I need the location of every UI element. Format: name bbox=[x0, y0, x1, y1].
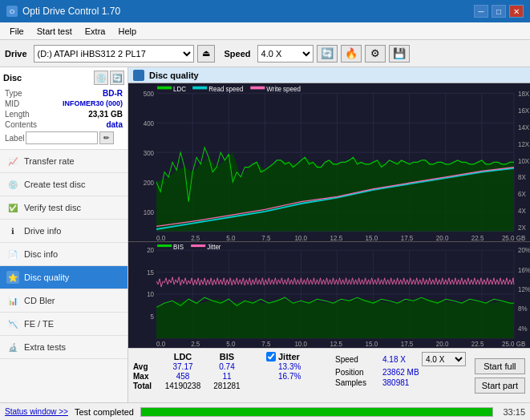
stats-ldc-bis: LDC BIS Avg 37.17 0.74 Max 458 11 Total … bbox=[133, 352, 261, 399]
bottom-chart: 20 15 10 5 20% 16% 12% 8% 4% 0.0 2.5 5.0… bbox=[128, 242, 530, 348]
verify-test-disc-icon: ✅ bbox=[6, 201, 19, 214]
nav-create-test-disc[interactable]: 💿 Create test disc bbox=[0, 173, 127, 196]
svg-text:300: 300 bbox=[144, 148, 154, 157]
svg-text:18X: 18X bbox=[518, 89, 529, 98]
avg-jitter: 13.3% bbox=[266, 362, 330, 371]
disc-contents-row: Contents data bbox=[3, 119, 124, 130]
stats-bar: LDC BIS Avg 37.17 0.74 Max 458 11 Total … bbox=[128, 348, 530, 402]
svg-text:20: 20 bbox=[147, 247, 154, 254]
svg-text:5.0: 5.0 bbox=[226, 341, 236, 348]
burn-button[interactable]: 🔥 bbox=[341, 45, 362, 63]
nav-disc-info[interactable]: 📄 Disc info bbox=[0, 243, 127, 266]
nav-create-test-disc-label: Create test disc bbox=[24, 180, 85, 189]
svg-text:20.0: 20.0 bbox=[436, 341, 449, 348]
speed-select[interactable]: 4.0 X bbox=[257, 45, 314, 63]
top-chart: 500 400 300 200 100 18X 16X 14X 12X 10X … bbox=[128, 83, 530, 242]
menu-help[interactable]: Help bbox=[111, 25, 143, 38]
svg-text:12.5: 12.5 bbox=[330, 233, 343, 241]
svg-text:2.5: 2.5 bbox=[191, 233, 200, 241]
jitter-header-row: Jitter bbox=[266, 352, 330, 361]
jitter-col-header: Jitter bbox=[278, 352, 300, 361]
svg-text:8X: 8X bbox=[518, 173, 526, 182]
svg-text:22.5: 22.5 bbox=[471, 233, 484, 241]
chart-area: Disc quality bbox=[128, 67, 530, 402]
nav-cd-bler[interactable]: 📊 CD Bler bbox=[0, 289, 127, 313]
disc-type-value: BD-R bbox=[103, 89, 123, 98]
fe-te-icon: 📉 bbox=[6, 317, 19, 330]
nav-transfer-rate[interactable]: 📈 Transfer rate bbox=[0, 150, 127, 173]
nav-disc-quality[interactable]: ⭐ Disc quality bbox=[0, 266, 127, 289]
svg-text:20.0: 20.0 bbox=[436, 233, 449, 241]
disc-title: Disc bbox=[3, 73, 22, 83]
nav-cd-bler-label: CD Bler bbox=[24, 296, 55, 305]
nav-fe-te[interactable]: 📉 FE / TE bbox=[0, 313, 127, 336]
titlebar-controls: ─ □ ✕ bbox=[474, 5, 524, 18]
max-jitter: 16.7% bbox=[266, 372, 330, 381]
app-icon: O bbox=[6, 6, 18, 17]
max-bis: 11 bbox=[207, 372, 247, 381]
top-chart-svg: 500 400 300 200 100 18X 16X 14X 12X 10X … bbox=[128, 83, 530, 241]
disc-refresh-btn[interactable]: 🔄 bbox=[110, 71, 124, 85]
svg-text:15.0: 15.0 bbox=[366, 233, 378, 241]
position-value: 23862 MB bbox=[382, 368, 419, 377]
disc-label-input[interactable] bbox=[26, 131, 98, 144]
charts-container: 500 400 300 200 100 18X 16X 14X 12X 10X … bbox=[128, 83, 530, 348]
svg-text:400: 400 bbox=[144, 119, 154, 127]
svg-text:Write speed: Write speed bbox=[266, 84, 301, 93]
svg-text:7.5: 7.5 bbox=[261, 341, 271, 348]
svg-text:5.0: 5.0 bbox=[226, 233, 235, 241]
status-window-button[interactable]: Status window >> bbox=[5, 407, 68, 416]
menubar: File Start test Extra Help bbox=[0, 22, 530, 40]
stats-col-headers: LDC BIS bbox=[133, 352, 261, 361]
refresh-button[interactable]: 🔄 bbox=[317, 45, 338, 63]
nav-extra-tests[interactable]: 🔬 Extra tests bbox=[0, 336, 127, 359]
close-button[interactable]: ✕ bbox=[509, 5, 524, 18]
samples-label: Samples bbox=[335, 378, 379, 387]
stats-speed-position: Speed 4.18 X 4.0 X Position 23862 MB Sam… bbox=[335, 352, 466, 399]
disc-label-edit-btn[interactable]: ✏ bbox=[99, 131, 114, 144]
main-content: Disc 💿 🔄 Type BD-R MID INFOMER30 (000) L… bbox=[0, 67, 530, 402]
disc-contents-value: data bbox=[106, 120, 123, 129]
svg-text:10.0: 10.0 bbox=[294, 341, 307, 348]
save-button[interactable]: 💾 bbox=[389, 45, 410, 63]
svg-rect-86 bbox=[157, 244, 172, 247]
svg-text:12X: 12X bbox=[518, 139, 529, 148]
menu-starttest[interactable]: Start test bbox=[30, 25, 79, 38]
nav-drive-info[interactable]: ℹ Drive info bbox=[0, 220, 127, 243]
disc-icon-btn[interactable]: 💿 bbox=[94, 71, 108, 85]
minimize-button[interactable]: ─ bbox=[474, 5, 488, 18]
status-time: 33:15 bbox=[503, 407, 525, 417]
svg-text:4X: 4X bbox=[518, 207, 526, 216]
nav-verify-test-disc[interactable]: ✅ Verify test disc bbox=[0, 196, 127, 220]
create-test-disc-icon: 💿 bbox=[6, 178, 19, 191]
disc-mid-label: MID bbox=[5, 99, 19, 108]
disc-length-row: Length 23,31 GB bbox=[3, 109, 124, 119]
disc-header: Disc 💿 🔄 bbox=[3, 71, 124, 85]
svg-text:LDC: LDC bbox=[173, 84, 186, 93]
menu-file[interactable]: File bbox=[3, 25, 30, 38]
settings-button[interactable]: ⚙ bbox=[365, 45, 386, 63]
eject-button[interactable]: ⏏ bbox=[197, 45, 215, 63]
svg-text:16X: 16X bbox=[518, 106, 529, 115]
start-part-button[interactable]: Start part bbox=[475, 378, 525, 394]
ldc-header: LDC bbox=[159, 352, 207, 361]
svg-rect-88 bbox=[191, 244, 205, 247]
disc-label-row: Label ✏ bbox=[3, 130, 124, 146]
nav-items: 📈 Transfer rate 💿 Create test disc ✅ Ver… bbox=[0, 150, 127, 402]
cd-bler-icon: 📊 bbox=[6, 294, 19, 307]
svg-text:15: 15 bbox=[147, 269, 154, 276]
start-full-button[interactable]: Start full bbox=[475, 358, 525, 374]
speed-select-dropdown[interactable]: 4.0 X bbox=[422, 352, 466, 366]
maximize-button[interactable]: □ bbox=[492, 5, 506, 18]
svg-text:12%: 12% bbox=[518, 286, 530, 293]
speed-row: Speed 4.18 X 4.0 X bbox=[335, 352, 466, 366]
drive-select[interactable]: (D:) ATAPI iHBS312 2 PL17 bbox=[34, 45, 194, 63]
avg-bis: 0.74 bbox=[207, 362, 247, 371]
disc-panel: Disc 💿 🔄 Type BD-R MID INFOMER30 (000) L… bbox=[0, 67, 127, 150]
menu-extra[interactable]: Extra bbox=[79, 25, 112, 38]
disc-quality-icon: ⭐ bbox=[6, 271, 19, 284]
svg-text:BIS: BIS bbox=[173, 244, 184, 251]
jitter-checkbox[interactable] bbox=[266, 352, 276, 361]
progress-bar-fill bbox=[141, 408, 493, 416]
svg-rect-45 bbox=[192, 87, 207, 90]
